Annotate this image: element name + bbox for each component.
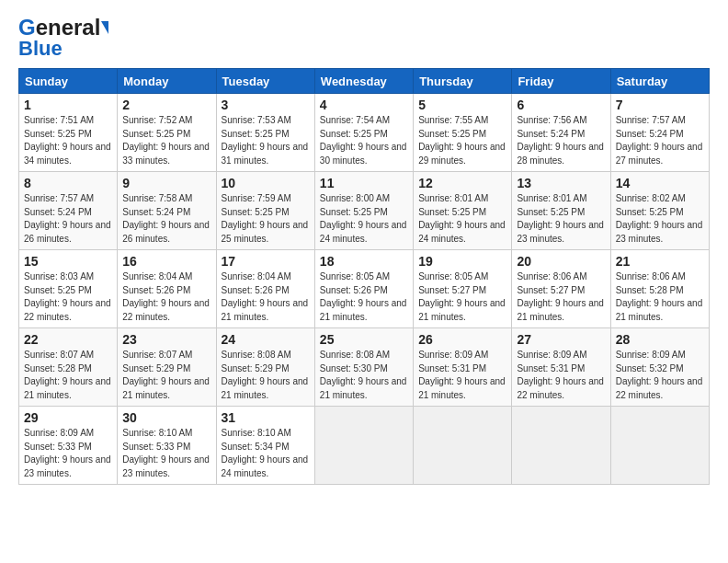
calendar-day: 25Sunrise: 8:08 AMSunset: 5:30 PMDayligh…	[314, 328, 413, 407]
calendar-day: 18Sunrise: 8:05 AMSunset: 5:26 PMDayligh…	[314, 250, 413, 328]
calendar-day: 19Sunrise: 8:05 AMSunset: 5:27 PMDayligh…	[414, 250, 512, 328]
calendar-week-row: 8Sunrise: 7:57 AMSunset: 5:24 PMDaylight…	[19, 172, 710, 250]
calendar-day: 4Sunrise: 7:54 AMSunset: 5:25 PMDaylight…	[314, 94, 413, 172]
page-header: General Blue	[18, 15, 710, 61]
calendar-day: 14Sunrise: 8:02 AMSunset: 5:25 PMDayligh…	[610, 172, 709, 250]
header-cell-monday: Monday	[118, 69, 216, 94]
logo-blue-text: Blue	[18, 37, 63, 61]
header-cell-sunday: Sunday	[19, 69, 118, 94]
header-cell-thursday: Thursday	[414, 69, 512, 94]
calendar-day	[610, 407, 709, 485]
calendar-table: SundayMondayTuesdayWednesdayThursdayFrid…	[18, 68, 710, 485]
calendar-day: 23Sunrise: 8:07 AMSunset: 5:29 PMDayligh…	[118, 328, 216, 407]
calendar-day: 8Sunrise: 7:57 AMSunset: 5:24 PMDaylight…	[19, 172, 118, 250]
calendar-day	[314, 407, 413, 485]
calendar-day: 7Sunrise: 7:57 AMSunset: 5:24 PMDaylight…	[610, 94, 709, 172]
calendar-day	[512, 407, 610, 485]
calendar-day: 11Sunrise: 8:00 AMSunset: 5:25 PMDayligh…	[314, 172, 413, 250]
calendar-day: 3Sunrise: 7:53 AMSunset: 5:25 PMDaylight…	[216, 94, 314, 172]
calendar-day: 21Sunrise: 8:06 AMSunset: 5:28 PMDayligh…	[610, 250, 709, 328]
calendar-day: 20Sunrise: 8:06 AMSunset: 5:27 PMDayligh…	[512, 250, 610, 328]
calendar-day: 29Sunrise: 8:09 AMSunset: 5:33 PMDayligh…	[19, 407, 118, 485]
calendar-day: 16Sunrise: 8:04 AMSunset: 5:26 PMDayligh…	[118, 250, 216, 328]
calendar-day: 10Sunrise: 7:59 AMSunset: 5:25 PMDayligh…	[216, 172, 314, 250]
calendar-day: 5Sunrise: 7:55 AMSunset: 5:25 PMDaylight…	[414, 94, 512, 172]
header-cell-tuesday: Tuesday	[216, 69, 314, 94]
calendar-day: 13Sunrise: 8:01 AMSunset: 5:25 PMDayligh…	[512, 172, 610, 250]
calendar-day: 24Sunrise: 8:08 AMSunset: 5:29 PMDayligh…	[216, 328, 314, 407]
calendar-day: 15Sunrise: 8:03 AMSunset: 5:25 PMDayligh…	[19, 250, 118, 328]
calendar-day	[414, 407, 512, 485]
calendar-day: 9Sunrise: 7:58 AMSunset: 5:24 PMDaylight…	[118, 172, 216, 250]
calendar-header-row: SundayMondayTuesdayWednesdayThursdayFrid…	[19, 69, 710, 94]
calendar-day: 26Sunrise: 8:09 AMSunset: 5:31 PMDayligh…	[414, 328, 512, 407]
header-cell-friday: Friday	[512, 69, 610, 94]
calendar-body: 1Sunrise: 7:51 AMSunset: 5:25 PMDaylight…	[19, 94, 710, 485]
logo: General Blue	[18, 15, 108, 61]
calendar-week-row: 22Sunrise: 8:07 AMSunset: 5:28 PMDayligh…	[19, 328, 710, 407]
calendar-day: 30Sunrise: 8:10 AMSunset: 5:33 PMDayligh…	[118, 407, 216, 485]
calendar-day: 6Sunrise: 7:56 AMSunset: 5:24 PMDaylight…	[512, 94, 610, 172]
calendar-day: 31Sunrise: 8:10 AMSunset: 5:34 PMDayligh…	[216, 407, 314, 485]
calendar-day: 2Sunrise: 7:52 AMSunset: 5:25 PMDaylight…	[118, 94, 216, 172]
calendar-week-row: 15Sunrise: 8:03 AMSunset: 5:25 PMDayligh…	[19, 250, 710, 328]
calendar-week-row: 29Sunrise: 8:09 AMSunset: 5:33 PMDayligh…	[19, 407, 710, 485]
calendar-day: 17Sunrise: 8:04 AMSunset: 5:26 PMDayligh…	[216, 250, 314, 328]
calendar-day: 1Sunrise: 7:51 AMSunset: 5:25 PMDaylight…	[19, 94, 118, 172]
calendar-day: 28Sunrise: 8:09 AMSunset: 5:32 PMDayligh…	[610, 328, 709, 407]
header-cell-wednesday: Wednesday	[314, 69, 413, 94]
calendar-day: 22Sunrise: 8:07 AMSunset: 5:28 PMDayligh…	[19, 328, 118, 407]
calendar-week-row: 1Sunrise: 7:51 AMSunset: 5:25 PMDaylight…	[19, 94, 710, 172]
header-cell-saturday: Saturday	[610, 69, 709, 94]
calendar-day: 12Sunrise: 8:01 AMSunset: 5:25 PMDayligh…	[414, 172, 512, 250]
calendar-day: 27Sunrise: 8:09 AMSunset: 5:31 PMDayligh…	[512, 328, 610, 407]
